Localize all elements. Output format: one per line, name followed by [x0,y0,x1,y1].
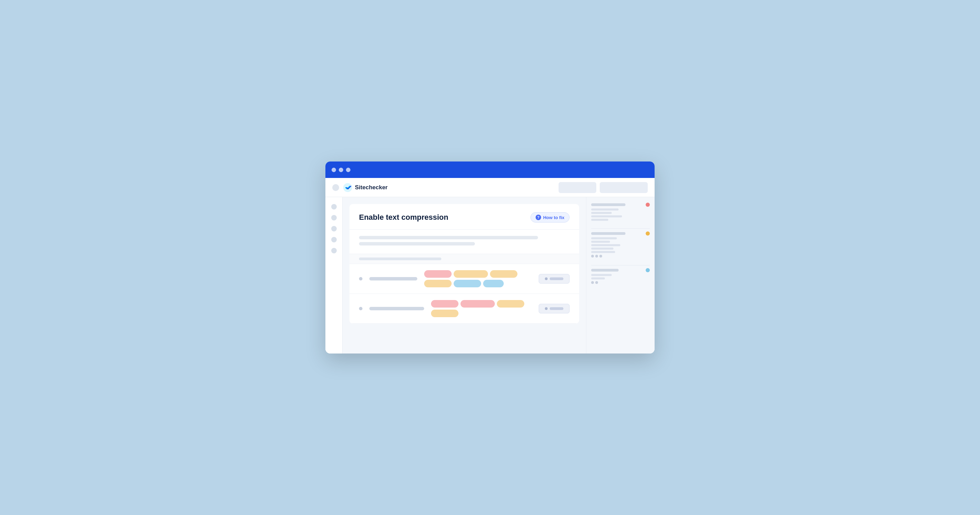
how-to-fix-button[interactable]: ? How to fix [530,212,570,223]
right-row-header-1 [591,203,650,207]
row-text-2 [369,307,424,310]
mini-dot-1 [591,255,594,258]
card-header: Enable text compression ? How to fix [349,204,579,230]
how-to-fix-label: How to fix [543,215,565,220]
rs-line-6 [591,241,610,243]
action-btn-line-2 [550,307,563,310]
right-divider-2 [591,265,650,265]
main-content: Enable text compression ? How to fix [342,197,586,353]
rs-line-3 [591,215,622,218]
sidebar-item-3[interactable] [331,226,337,231]
rs-line-7 [591,244,620,246]
right-row-header-3 [591,268,650,272]
row-bullet-1 [359,277,363,280]
right-sub-lines-1 [591,208,650,221]
right-divider-1 [591,228,650,229]
sitechecker-logo-icon [343,183,352,192]
traffic-light-maximize[interactable] [346,168,350,172]
tag-orange-2 [490,270,517,278]
app-title: Sitechecker [355,184,388,191]
tag-pink-1 [424,270,452,278]
mini-dot-4 [591,281,594,284]
table-header-line [359,258,441,260]
tag-pink-3 [460,300,495,308]
tag-orange-4 [497,300,524,308]
right-section-2 [591,231,650,258]
mini-dot-3 [600,255,602,258]
rs-line-2 [591,212,612,214]
toolbar-button-1[interactable] [558,182,596,193]
rs-line-11 [591,277,605,280]
right-row-header-2 [591,231,650,235]
right-dots-row-1 [591,255,650,258]
tag-orange-1 [453,270,488,278]
row-action-button-2[interactable] [539,304,570,313]
mini-dot-2 [595,255,598,258]
toolbar-button-2[interactable] [600,182,648,193]
right-sub-lines-2 [591,237,650,253]
right-dot-red [646,203,650,207]
right-dots-row-2 [591,281,650,284]
svg-point-0 [343,183,352,192]
sidebar-item-2[interactable] [331,215,337,221]
row-tags-2 [431,300,532,317]
rs-line-4 [591,219,608,221]
toolbar-buttons [558,182,648,193]
sidebar [325,197,342,353]
right-dot-blue [646,268,650,272]
description-area [349,230,579,254]
sidebar-item-1[interactable] [331,204,337,210]
browser-body: Enable text compression ? How to fix [325,197,655,353]
rs-line-8 [591,248,613,250]
row-bullet-2 [359,307,363,310]
rs-line-9 [591,251,615,253]
description-line-2 [359,242,475,245]
right-section-3 [591,268,650,284]
row-text-1 [369,277,417,280]
nav-circle [332,184,339,191]
tag-blue-2 [483,280,504,287]
table-row-1 [349,264,579,294]
tag-blue-1 [453,280,481,287]
right-header-line-1 [591,203,625,206]
description-line-1 [359,236,538,239]
row-action-button-1[interactable] [539,274,570,284]
mini-dot-5 [595,281,598,284]
rs-line-10 [591,274,612,276]
browser-titlebar [325,162,655,178]
rs-line-5 [591,237,617,239]
how-to-fix-icon: ? [536,215,541,220]
tag-orange-5 [431,310,458,317]
tag-pink-2 [431,300,458,308]
sidebar-item-5[interactable] [331,248,337,253]
traffic-light-minimize[interactable] [339,168,343,172]
action-btn-line-1 [550,277,563,280]
right-panel [586,197,655,353]
right-header-line-2 [591,232,625,235]
card-title: Enable text compression [359,213,448,222]
action-btn-dot-2 [545,307,547,310]
right-section-1 [591,203,650,221]
table-row-2 [349,294,579,324]
tag-orange-3 [424,280,452,287]
content-card: Enable text compression ? How to fix [349,204,579,324]
sidebar-item-4[interactable] [331,237,337,242]
browser-toolbar: Sitechecker [325,178,655,197]
action-btn-dot-1 [545,277,547,280]
right-header-line-3 [591,269,619,272]
traffic-light-close[interactable] [332,168,336,172]
row-tags-1 [424,270,532,287]
right-sub-lines-3 [591,274,650,280]
browser-window: Sitechecker Enable text compression ? [325,162,655,353]
rs-line-1 [591,208,619,210]
right-dot-orange [646,231,650,235]
logo-area: Sitechecker [343,183,554,192]
